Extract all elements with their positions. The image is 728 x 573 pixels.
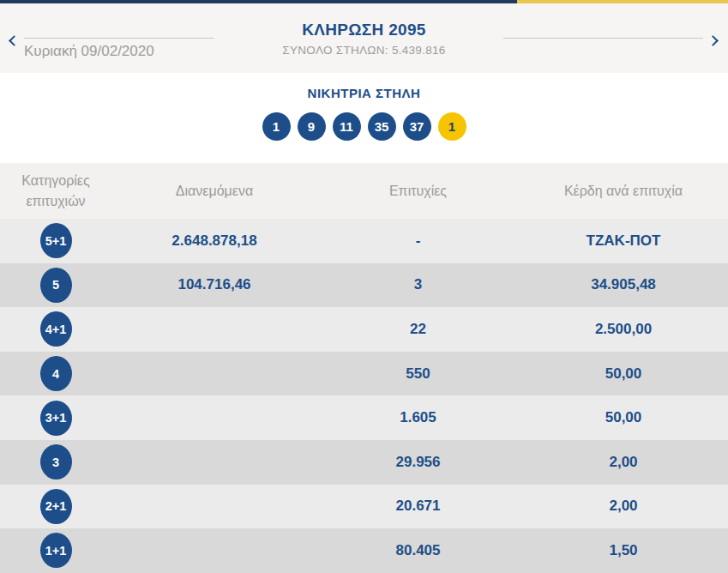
winning-number-ball: 35 xyxy=(368,112,396,141)
next-draw-button[interactable] xyxy=(705,31,724,50)
winning-number-ball: 1 xyxy=(262,112,291,141)
category-badge: 4+1 xyxy=(40,311,72,347)
column-header-prize: Κέρδη ανά επιτυχία xyxy=(519,181,728,201)
prize-value: 2,00 xyxy=(519,454,728,471)
prize-value: 50,00 xyxy=(519,409,728,426)
winning-number-ball: 11 xyxy=(333,112,361,141)
table-row: 3+1 1.605 50,00 xyxy=(0,395,728,440)
table-body: 5+1 2.648.878,18 - ΤΖΑΚ-ΠΟΤ 5 104.716,46… xyxy=(0,219,728,573)
prize-value: 50,00 xyxy=(519,365,728,383)
table-header-row: Κατηγορίες επιτυχιών Διανεμόμενα Επιτυχί… xyxy=(0,163,728,219)
winning-number-ball: 9 xyxy=(298,112,326,141)
table-row: 4 550 50,00 xyxy=(0,352,728,396)
category-badge: 1+1 xyxy=(40,533,72,568)
column-header-categories: Κατηγορίες επιτυχιών xyxy=(0,171,111,210)
prize-value: 2,00 xyxy=(519,498,728,515)
category-badge: 2+1 xyxy=(40,489,72,524)
prize-value: 2.500,00 xyxy=(519,321,728,338)
wins-value: 22 xyxy=(317,321,519,338)
column-header-distributed: Διανεμόμενα xyxy=(111,181,317,201)
distributed-value: 104.716,46 xyxy=(111,276,317,293)
distributed-value: 2.648.878,18 xyxy=(111,232,317,250)
category-badge: 5 xyxy=(40,268,72,303)
wins-value: 29.956 xyxy=(317,454,519,471)
table-row: 4+1 22 2.500,00 xyxy=(0,307,728,352)
wins-value: - xyxy=(317,232,519,250)
prize-value: ΤΖΑΚ-ΠΟΤ xyxy=(519,232,728,250)
table-row: 1+1 80.405 1,50 xyxy=(0,528,728,573)
winning-number-ball: 37 xyxy=(403,112,431,141)
joker-number-ball: 1 xyxy=(438,112,466,141)
table-row: 2+1 20.671 2,00 xyxy=(0,485,728,529)
prize-value: 1,50 xyxy=(519,542,728,559)
chevron-right-icon xyxy=(707,35,719,46)
winning-numbers: 1 9 11 35 37 1 xyxy=(0,112,728,141)
wins-value: 550 xyxy=(317,365,519,383)
category-badge: 3+1 xyxy=(40,401,72,436)
table-row: 5 104.716,46 3 34.905,48 xyxy=(0,263,728,308)
prize-results-table: Κατηγορίες επιτυχιών Διανεμόμενα Επιτυχί… xyxy=(0,163,728,573)
draw-title: ΚΛΗΡΩΣΗ 2095 xyxy=(0,21,728,39)
category-badge: 3 xyxy=(40,444,72,480)
wins-value: 20.671 xyxy=(317,498,519,515)
winning-column-section: ΝΙΚΗΤΡΙΑ ΣΤΗΛΗ 1 9 11 35 37 1 xyxy=(0,73,728,163)
wins-value: 80.405 xyxy=(317,542,519,559)
prize-value: 34.905,48 xyxy=(519,276,728,293)
total-columns: ΣΥΝΟΛΟ ΣΤΗΛΩΝ: 5.439.816 xyxy=(0,44,728,57)
winning-column-title: ΝΙΚΗΤΡΙΑ ΣΤΗΛΗ xyxy=(0,73,728,100)
wins-value: 3 xyxy=(317,276,519,293)
draw-header: Κυριακή 09/02/2020 ΚΛΗΡΩΣΗ 2095 ΣΥΝΟΛΟ Σ… xyxy=(0,3,728,73)
column-header-wins: Επιτυχίες xyxy=(317,181,519,201)
category-badge: 4 xyxy=(40,356,72,391)
table-row: 5+1 2.648.878,18 - ΤΖΑΚ-ΠΟΤ xyxy=(0,219,728,263)
wins-value: 1.605 xyxy=(317,409,519,426)
table-row: 3 29.956 2,00 xyxy=(0,440,728,485)
category-badge: 5+1 xyxy=(40,223,72,258)
